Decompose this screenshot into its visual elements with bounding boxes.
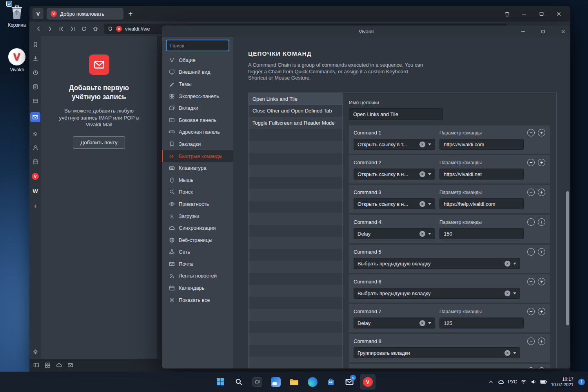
settings-scrollbar-thumb[interactable] xyxy=(566,191,569,325)
back-button[interactable] xyxy=(33,24,44,34)
sidebar-item-show-all[interactable]: Показать все xyxy=(162,294,233,306)
add-command-button[interactable]: + xyxy=(538,308,545,315)
widgets-button[interactable] xyxy=(268,374,283,390)
remove-command-button[interactable]: − xyxy=(527,159,535,166)
clear-icon[interactable]: × xyxy=(419,231,425,237)
add-command-button[interactable]: + xyxy=(538,129,545,136)
new-tab-button[interactable]: + xyxy=(128,10,133,18)
minimize-icon[interactable] xyxy=(521,11,527,17)
trash-icon[interactable] xyxy=(504,11,510,17)
store-button[interactable] xyxy=(323,374,339,390)
sidebar-item-calendar[interactable]: Календарь xyxy=(162,282,233,294)
rewind-button[interactable] xyxy=(56,24,67,34)
volume-icon[interactable] xyxy=(530,379,537,385)
command-param-input[interactable] xyxy=(439,198,524,209)
sidebar-item-quick-commands[interactable]: Быстрые команды xyxy=(162,150,233,162)
start-button[interactable] xyxy=(212,374,228,390)
command-select[interactable]: Выбрать предыдущую вкладку× xyxy=(354,258,520,269)
search-button[interactable] xyxy=(231,374,247,390)
desktop-icon-vivaldi[interactable]: V Vivaldi xyxy=(4,48,30,73)
vivaldi-taskbar-button[interactable]: V xyxy=(360,374,376,390)
clear-icon[interactable]: × xyxy=(419,201,425,207)
sidebar-item-general[interactable]: Общие xyxy=(162,54,233,66)
chain-item-close-other[interactable]: Close Other and Open Defined Tab xyxy=(249,105,342,117)
windows-panel-icon[interactable] xyxy=(33,98,38,104)
history-panel-icon[interactable] xyxy=(33,70,38,76)
command-param-input[interactable] xyxy=(439,228,524,239)
clear-icon[interactable]: × xyxy=(505,290,510,296)
command-select[interactable]: Выбрать предыдущую вкладку× xyxy=(354,288,520,299)
edge-button[interactable] xyxy=(305,374,320,390)
sidebar-item-address-bar[interactable]: Адресная панель xyxy=(162,126,233,138)
add-command-button[interactable]: + xyxy=(538,159,545,166)
sidebar-item-sync[interactable]: Синхронизация xyxy=(162,222,233,234)
command-param-input[interactable] xyxy=(439,169,524,180)
sidebar-item-feeds[interactable]: Ленты новостей xyxy=(162,270,233,282)
onedrive-cloud-icon[interactable] xyxy=(497,379,504,385)
sidebar-item-keyboard[interactable]: Клавиатура xyxy=(162,162,233,174)
chain-name-input[interactable] xyxy=(349,108,443,120)
remove-command-button[interactable]: − xyxy=(527,367,535,368)
clear-icon[interactable]: × xyxy=(419,142,425,147)
notification-badge[interactable]: 1 xyxy=(578,379,585,385)
clear-icon[interactable]: × xyxy=(419,320,425,326)
tab-welcome[interactable]: V Добро пожаловать xyxy=(47,8,123,20)
remove-command-button[interactable]: − xyxy=(527,218,535,226)
wikipedia-panel-icon[interactable]: W xyxy=(33,188,38,194)
desktop-icon-recycle-bin[interactable]: Корзина xyxy=(4,3,30,28)
settings-gear-button[interactable] xyxy=(33,349,38,355)
sidebar-item-mail[interactable]: Почта xyxy=(162,258,233,270)
tray-expand-icon[interactable] xyxy=(488,379,494,385)
chain-item-toggle-fullscreen[interactable]: Toggle Fullscreen and Reader Mode xyxy=(249,117,342,129)
remove-command-button[interactable]: − xyxy=(527,278,535,285)
mail-panel-button-active[interactable] xyxy=(30,112,40,122)
vivaldi-menu-button[interactable]: V xyxy=(33,8,44,19)
remove-command-button[interactable]: − xyxy=(527,248,535,256)
tiling-icon[interactable] xyxy=(45,362,51,368)
reload-button[interactable] xyxy=(79,24,89,34)
sidebar-item-tabs[interactable]: Вкладки xyxy=(162,102,233,114)
sidebar-item-bookmarks[interactable]: Закладки xyxy=(162,138,233,150)
command-select[interactable]: Группировать вкладки× xyxy=(354,347,520,358)
fast-forward-button[interactable] xyxy=(67,24,78,34)
add-web-panel-button[interactable]: + xyxy=(33,203,37,209)
sidebar-item-themes[interactable]: Темы xyxy=(162,78,233,90)
sidebar-item-appearance[interactable]: Внешний вид xyxy=(162,66,233,78)
file-explorer-button[interactable] xyxy=(286,374,302,390)
chain-item-open-links-and-tile[interactable]: Open Links and Tile xyxy=(249,93,342,105)
downloads-panel-icon[interactable] xyxy=(33,56,38,62)
panel-toggle-icon[interactable] xyxy=(33,362,39,368)
feeds-panel-icon[interactable] xyxy=(33,131,38,136)
command-select[interactable]: Delay× xyxy=(354,228,435,239)
maximize-icon[interactable] xyxy=(539,11,544,17)
sidebar-item-privacy[interactable]: Приватность xyxy=(162,198,233,210)
settings-titlebar[interactable]: Vivaldi xyxy=(162,25,570,37)
add-command-button[interactable]: + xyxy=(538,248,545,256)
clear-icon[interactable]: × xyxy=(505,350,510,356)
shield-icon[interactable] xyxy=(108,26,113,31)
settings-search-input[interactable] xyxy=(166,40,229,51)
sidebar-item-webpages[interactable]: Веб-страницы xyxy=(162,234,233,246)
calendar-panel-icon[interactable] xyxy=(33,159,38,165)
command-param-input[interactable] xyxy=(439,318,524,328)
command-select[interactable]: Открыть ссылку в т...× xyxy=(354,139,435,150)
add-command-button[interactable]: + xyxy=(538,367,545,368)
clock[interactable]: 10:17 10.07.2021 xyxy=(551,376,573,387)
add-command-button[interactable]: + xyxy=(538,218,545,226)
close-icon[interactable] xyxy=(556,11,562,17)
sidebar-item-search[interactable]: Поиск xyxy=(162,186,233,198)
sidebar-item-speed-dial[interactable]: Экспресс-панель xyxy=(162,90,233,102)
minimize-icon[interactable] xyxy=(521,29,526,34)
language-indicator[interactable]: РУС xyxy=(508,379,517,385)
command-select[interactable]: Открыть ссылку в н...× xyxy=(354,198,435,209)
add-mail-button[interactable]: Добавить почту xyxy=(73,136,125,149)
selected-checkbox-icon[interactable] xyxy=(6,1,12,7)
vivaldi-panel-icon[interactable]: V xyxy=(32,173,39,180)
mail-app-button[interactable]: 5 xyxy=(341,374,357,390)
sidebar-item-downloads[interactable]: Загрузки xyxy=(162,210,233,222)
maximize-icon[interactable] xyxy=(541,29,546,34)
close-icon[interactable] xyxy=(561,29,566,34)
remove-command-button[interactable]: − xyxy=(527,338,535,345)
add-command-button[interactable]: + xyxy=(538,278,545,285)
sidebar-item-mouse[interactable]: Мышь xyxy=(162,174,233,186)
